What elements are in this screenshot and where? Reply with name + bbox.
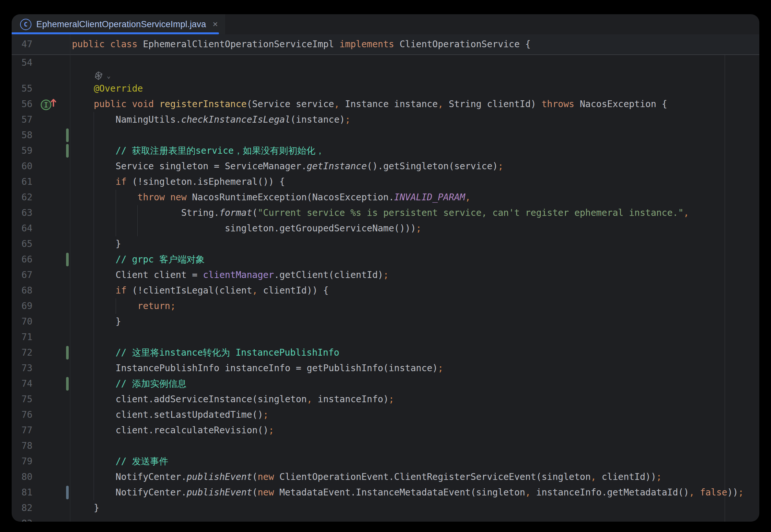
- code-text[interactable]: // 添加实例信息: [12, 376, 759, 392]
- code-editor[interactable]: 54⌄55@Override56Ipublic void registerIns…: [12, 55, 759, 522]
- code-token: ;: [345, 114, 351, 125]
- code-line[interactable]: 54: [12, 55, 759, 71]
- code-token: // 添加实例信息: [116, 378, 186, 389]
- line-number[interactable]: 83: [12, 516, 32, 522]
- code-token: ;: [383, 270, 389, 280]
- code-text[interactable]: String.format("Current service %s is per…: [12, 205, 759, 221]
- code-line[interactable]: 80NotifyCenter.publishEvent(new ClientOp…: [12, 469, 759, 485]
- code-line[interactable]: 56Ipublic void registerInstance(Service …: [12, 96, 759, 112]
- sticky-header-line[interactable]: 47 public class EphemeralClientOperation…: [12, 34, 759, 55]
- change-marker-added[interactable]: [66, 128, 69, 142]
- code-token: (!singleton.isEphemeral()) {: [132, 176, 285, 187]
- code-text[interactable]: return;: [12, 298, 759, 314]
- tab-ephemeral-client-operation-service-impl[interactable]: C EphemeralClientOperationServiceImpl.ja…: [12, 14, 225, 34]
- code-token: ().getSingleton(service): [367, 161, 498, 172]
- code-text[interactable]: // 这里将instance转化为 InstancePublishInfo: [12, 345, 759, 360]
- code-line[interactable]: 73InstancePublishInfo instanceInfo = get…: [12, 360, 759, 376]
- code-line[interactable]: 65}: [12, 236, 759, 252]
- code-token: client.recalculateRevision(): [116, 425, 269, 436]
- code-line[interactable]: 67Client client = clientManager.getClien…: [12, 267, 759, 283]
- code-text[interactable]: // grpc 客户端对象: [12, 252, 759, 267]
- code-token: (instance): [290, 114, 345, 125]
- code-token: }: [94, 503, 99, 513]
- code-token: ;: [389, 394, 394, 405]
- code-token: ;: [416, 223, 421, 234]
- code-line[interactable]: 62throw new NacosRuntimeException(NacosE…: [12, 190, 759, 205]
- code-text[interactable]: }: [12, 500, 759, 516]
- line-number[interactable]: 78: [12, 438, 32, 454]
- ai-code-vision-icon[interactable]: ⌄: [94, 71, 110, 81]
- code-text[interactable]: NamingUtils.checkInstanceIsLegal(instanc…: [12, 112, 759, 127]
- code-line[interactable]: 55@Override: [12, 81, 759, 96]
- code-text[interactable]: NotifyCenter.publishEvent(new MetadataEv…: [12, 485, 759, 500]
- code-token: // 发送事件: [116, 456, 168, 467]
- code-line[interactable]: 68if (!clientIsLegal(client, clientId)) …: [12, 283, 759, 298]
- code-text[interactable]: NotifyCenter.publishEvent(new ClientOper…: [12, 469, 759, 485]
- code-line[interactable]: 81NotifyCenter.publishEvent(new Metadata…: [12, 485, 759, 500]
- code-line[interactable]: 78: [12, 438, 759, 454]
- code-line[interactable]: 66// grpc 客户端对象: [12, 252, 759, 267]
- code-line[interactable]: 76client.setLastUpdatedTime();: [12, 407, 759, 423]
- code-line[interactable]: 60Service singleton = ServiceManager.get…: [12, 159, 759, 174]
- code-text[interactable]: client.setLastUpdatedTime();: [12, 407, 759, 423]
- code-text[interactable]: @Override: [12, 81, 759, 96]
- code-line[interactable]: 71: [12, 329, 759, 345]
- code-line[interactable]: 79// 发送事件: [12, 454, 759, 469]
- code-text[interactable]: throw new NacosRuntimeException(NacosExc…: [12, 190, 759, 205]
- chevron-down-icon[interactable]: ⌄: [106, 72, 110, 80]
- code-token: (!clientIsLegal(client: [132, 285, 252, 296]
- code-text[interactable]: }: [12, 236, 759, 252]
- code-text[interactable]: client.addServiceInstance(singleton, ins…: [12, 392, 759, 407]
- editor-tab-bar: C EphemeralClientOperationServiceImpl.ja…: [12, 14, 759, 34]
- java-class-icon: C: [20, 19, 31, 30]
- code-token: public class: [72, 39, 143, 50]
- tab-close-icon[interactable]: ×: [213, 20, 218, 29]
- code-token: @Override: [94, 83, 143, 94]
- code-line[interactable]: 57NamingUtils.checkInstanceIsLegal(insta…: [12, 112, 759, 127]
- code-line[interactable]: 58: [12, 127, 759, 143]
- line-number[interactable]: 71: [12, 329, 32, 345]
- code-line[interactable]: 72// 这里将instance转化为 InstancePublishInfo: [12, 345, 759, 360]
- code-text[interactable]: singleton.getGroupedServiceName()));: [12, 221, 759, 236]
- code-line[interactable]: 83: [12, 516, 759, 522]
- code-token: EphemeralClientOperationServiceImpl: [143, 39, 340, 50]
- code-token: instanceInfo): [312, 394, 389, 405]
- code-token: // grpc 客户端对象: [116, 254, 205, 265]
- tab-title: EphemeralClientOperationServiceImpl.java: [36, 19, 206, 29]
- code-text[interactable]: // 获取注册表里的service，如果没有则初始化，: [12, 143, 759, 159]
- code-line[interactable]: 69return;: [12, 298, 759, 314]
- code-text[interactable]: if (!clientIsLegal(client, clientId)) {: [12, 283, 759, 298]
- code-line[interactable]: 63String.format("Current service %s is p…: [12, 205, 759, 221]
- code-line[interactable]: 77client.recalculateRevision();: [12, 423, 759, 438]
- code-token: INVALID_PARAM: [394, 192, 465, 203]
- code-token: NotifyCenter.: [116, 487, 186, 498]
- code-token: ;: [263, 409, 269, 420]
- line-number[interactable]: 58: [12, 127, 32, 143]
- line-number[interactable]: 54: [12, 55, 32, 71]
- code-text[interactable]: InstancePublishInfo instanceInfo = getPu…: [12, 360, 759, 376]
- code-text[interactable]: }: [12, 314, 759, 329]
- code-line[interactable]: 64singleton.getGroupedServiceName()));: [12, 221, 759, 236]
- code-token: ;: [269, 425, 274, 436]
- code-token: // 这里将instance转化为 InstancePublishInfo: [116, 347, 340, 358]
- code-line[interactable]: 75client.addServiceInstance(singleton, i…: [12, 392, 759, 407]
- code-text[interactable]: client.recalculateRevision();: [12, 423, 759, 438]
- code-text[interactable]: public void registerInstance(Service ser…: [12, 96, 759, 112]
- code-text[interactable]: // 发送事件: [12, 454, 759, 469]
- code-text[interactable]: Service singleton = ServiceManager.getIn…: [12, 159, 759, 174]
- code-line[interactable]: 61if (!singleton.isEphemeral()) {: [12, 174, 759, 190]
- gutter-separator: [70, 34, 70, 55]
- code-token: )): [727, 487, 738, 498]
- code-text[interactable]: if (!singleton.isEphemeral()) {: [12, 174, 759, 190]
- code-line[interactable]: 74// 添加实例信息: [12, 376, 759, 392]
- code-token: implements: [340, 39, 399, 50]
- code-token: ,: [525, 487, 531, 498]
- sticky-code-text[interactable]: public class EphemeralClientOperationSer…: [12, 34, 531, 54]
- code-token: ;: [170, 301, 175, 311]
- code-line[interactable]: 70}: [12, 314, 759, 329]
- code-line[interactable]: 82}: [12, 500, 759, 516]
- code-line[interactable]: 59// 获取注册表里的service，如果没有则初始化，: [12, 143, 759, 159]
- code-token: client.setLastUpdatedTime(): [116, 409, 263, 420]
- code-text[interactable]: Client client = clientManager.getClient(…: [12, 267, 759, 283]
- code-token: checkInstanceIsLegal: [181, 114, 290, 125]
